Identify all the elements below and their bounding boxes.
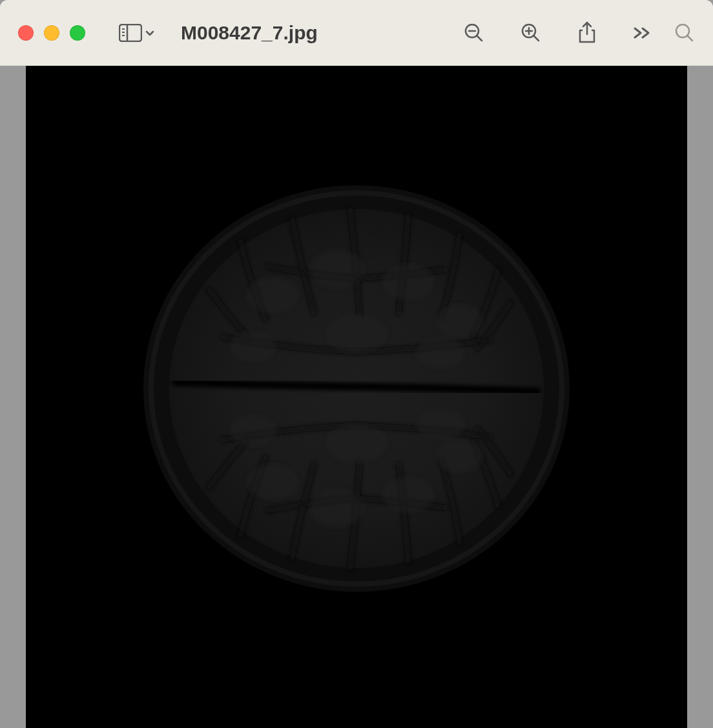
more-button[interactable] [633, 26, 651, 39]
search-button[interactable] [674, 23, 695, 43]
zoom-in-button[interactable] [521, 23, 541, 43]
zoom-in-icon [521, 23, 541, 43]
content-area [0, 66, 713, 728]
share-icon [577, 21, 597, 45]
chevron-double-right-icon [633, 26, 651, 39]
traffic-lights [18, 25, 85, 41]
svg-point-23 [416, 338, 465, 369]
svg-point-27 [437, 440, 483, 473]
svg-line-6 [477, 35, 482, 41]
preview-window: M008427_7.jpg [0, 0, 713, 728]
svg-point-30 [416, 409, 465, 440]
sidebar-toggle-button[interactable] [119, 24, 155, 42]
brain-scan-image [137, 179, 576, 598]
window-title: M008427_7.jpg [181, 22, 318, 44]
svg-line-9 [534, 35, 539, 41]
search-icon [674, 23, 695, 43]
svg-point-25 [310, 489, 364, 527]
zoom-out-icon [464, 23, 484, 43]
image-viewer[interactable] [26, 66, 687, 728]
svg-point-17 [247, 277, 298, 313]
svg-point-29 [326, 424, 388, 463]
svg-point-26 [382, 477, 434, 513]
svg-point-18 [310, 250, 364, 288]
svg-point-19 [382, 264, 434, 300]
svg-point-20 [437, 304, 483, 338]
close-button[interactable] [18, 25, 34, 41]
titlebar: M008427_7.jpg [0, 0, 713, 66]
zoom-out-button[interactable] [464, 23, 484, 43]
svg-point-28 [230, 415, 276, 446]
svg-line-13 [688, 35, 693, 41]
maximize-button[interactable] [70, 25, 85, 41]
svg-point-24 [247, 464, 298, 500]
toolbar-right [464, 21, 695, 45]
sidebar-icon [119, 24, 142, 42]
minimize-button[interactable] [44, 25, 59, 41]
share-button[interactable] [577, 21, 597, 45]
svg-point-22 [326, 314, 388, 353]
svg-point-21 [230, 331, 276, 362]
chevron-down-icon [145, 28, 155, 38]
